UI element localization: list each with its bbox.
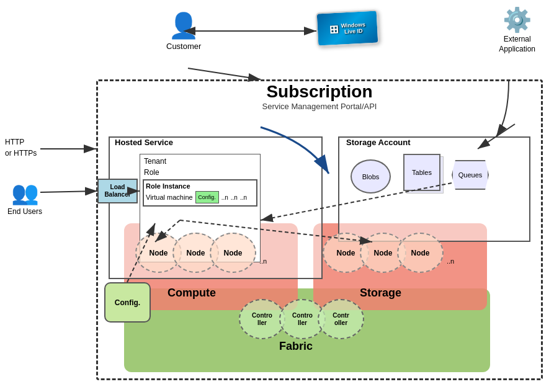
n-label-3: ..n (240, 194, 247, 201)
config-store: Config. (104, 282, 151, 323)
end-users-icon: 👥 (7, 180, 42, 206)
customer-icon: 👤 (166, 11, 201, 40)
external-app-label: External Application (499, 35, 535, 54)
subscription-heading: Subscription (96, 82, 543, 102)
windows-live-badge: ⊞ WindowsLive ID (316, 9, 380, 47)
tables-icon: Tables (403, 154, 440, 191)
windows-logo-icon: ⊞ (329, 22, 339, 36)
tenant-label: Tenant (140, 154, 260, 168)
role-instance-label: Role Instance (146, 182, 254, 190)
role-label: Role (140, 168, 260, 177)
vm-label: Virtual machine (146, 194, 193, 201)
svg-line-4 (188, 68, 261, 79)
external-app-icon: ⚙️ (499, 6, 535, 33)
customer-label: Customer (166, 42, 201, 51)
customer-figure: 👤 Customer (166, 11, 201, 51)
config-button[interactable]: Config. (195, 191, 219, 203)
storage-label: Storage (360, 287, 401, 300)
end-users: 👥 End Users (7, 180, 42, 216)
hosted-service-label: Hosted Service (115, 138, 173, 147)
compute-label: Compute (168, 287, 216, 300)
svg-line-6 (40, 191, 97, 192)
external-application: ⚙️ External Application (499, 6, 535, 54)
fabric-label: Fabric (279, 340, 313, 353)
end-users-label: End Users (7, 207, 42, 216)
n-label-2: ..n (231, 194, 238, 201)
controller-3: Controller (318, 299, 364, 339)
storage-account-label: Storage Account (346, 138, 411, 147)
subscription-subtitle: Service Management Portal/API (96, 102, 543, 111)
config-store-label: Config. (115, 298, 140, 307)
n-label-1: ..n (221, 194, 228, 201)
compute-node-3: Node (210, 233, 256, 273)
load-balancer: LoadBalancer (97, 179, 138, 203)
queues-icon: Queues (452, 160, 489, 190)
storage-n-label: ..n (447, 257, 454, 265)
compute-n-label: ..n (259, 257, 267, 265)
windows-live-label: WindowsLive ID (341, 21, 365, 35)
http-label: HTTP or HTTPs (5, 136, 37, 159)
subscription-title: Subscription Service Management Portal/A… (96, 82, 543, 111)
controller-1: Controller (239, 299, 285, 339)
windows-live-id: ⊞ WindowsLive ID (316, 11, 378, 45)
storage-node-3: Node (397, 233, 444, 273)
diagram: 👤 Customer ⊞ WindowsLive ID ⚙️ External … (0, 0, 554, 392)
load-balancer-label: LoadBalancer (104, 184, 130, 198)
blobs-icon: Blobs (351, 159, 391, 194)
